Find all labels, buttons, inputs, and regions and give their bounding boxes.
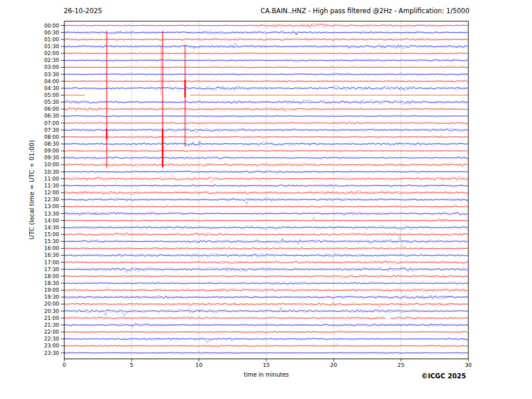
x-tick-label: 10 xyxy=(188,362,211,368)
y-tick-label: 20:30 xyxy=(0,308,59,314)
copyright-label: ©ICGC 2025 xyxy=(421,372,466,380)
y-tick-label: 02:30 xyxy=(0,57,59,63)
seismogram-figure: 26-10-2025 CA.BAIN..HNZ - High pass filt… xyxy=(0,0,532,399)
y-tick-label: 05:30 xyxy=(0,99,59,105)
y-tick-label: 09:00 xyxy=(0,148,59,154)
y-tick-label: 23:30 xyxy=(0,350,59,356)
y-tick-label: 15:30 xyxy=(0,238,59,244)
x-axis-label: time in minutes xyxy=(209,371,324,378)
y-tick-label: 05:00 xyxy=(0,92,59,98)
y-tick-label: 04:30 xyxy=(0,85,59,91)
y-tick-label: 07:30 xyxy=(0,127,59,133)
x-tick-label: 20 xyxy=(322,362,345,368)
y-tick-label: 16:30 xyxy=(0,252,59,258)
y-tick-label: 00:00 xyxy=(0,23,59,29)
y-tick-label: 17:30 xyxy=(0,267,59,272)
y-tick-label: 10:00 xyxy=(0,162,59,167)
y-tick-label: 13:30 xyxy=(0,211,59,217)
y-tick-label: 03:30 xyxy=(0,72,59,77)
y-tick-label: 21:30 xyxy=(0,322,59,328)
x-tick-label: 30 xyxy=(457,362,480,368)
x-tick-label: 15 xyxy=(255,362,278,368)
y-tick-label: 12:30 xyxy=(0,197,59,202)
y-tick-label: 06:00 xyxy=(0,106,59,112)
seismogram-canvas xyxy=(0,0,532,399)
y-tick-label: 16:00 xyxy=(0,245,59,251)
y-tick-label: 07:00 xyxy=(0,120,59,126)
y-tick-label: 02:00 xyxy=(0,50,59,56)
y-tick-label: 06:30 xyxy=(0,113,59,119)
y-tick-label: 12:00 xyxy=(0,190,59,195)
y-tick-label: 18:30 xyxy=(0,280,59,286)
x-tick-label: 25 xyxy=(390,362,413,368)
y-tick-label: 09:30 xyxy=(0,155,59,161)
y-tick-label: 19:30 xyxy=(0,294,59,300)
y-tick-label: 20:00 xyxy=(0,301,59,307)
y-tick-label: 22:30 xyxy=(0,336,59,342)
y-tick-label: 08:00 xyxy=(0,134,59,140)
y-tick-label: 18:00 xyxy=(0,273,59,279)
y-tick-label: 01:30 xyxy=(0,44,59,49)
y-tick-label: 21:00 xyxy=(0,315,59,321)
y-tick-label: 00:30 xyxy=(0,30,59,36)
y-tick-label: 14:30 xyxy=(0,225,59,230)
x-tick-label: 0 xyxy=(53,362,76,368)
y-tick-label: 13:00 xyxy=(0,204,59,209)
y-tick-label: 23:00 xyxy=(0,343,59,349)
y-tick-label: 17:00 xyxy=(0,260,59,265)
y-tick-label: 08:30 xyxy=(0,141,59,147)
y-tick-label: 22:00 xyxy=(0,329,59,335)
y-tick-label: 04:00 xyxy=(0,79,59,84)
y-tick-label: 10:30 xyxy=(0,169,59,175)
y-tick-label: 11:30 xyxy=(0,183,59,189)
x-tick-label: 5 xyxy=(120,362,143,368)
y-tick-label: 11:00 xyxy=(0,176,59,182)
y-tick-label: 19:00 xyxy=(0,287,59,293)
y-tick-label: 14:00 xyxy=(0,218,59,224)
y-tick-label: 03:00 xyxy=(0,64,59,70)
y-tick-label: 15:00 xyxy=(0,232,59,237)
y-tick-label: 01:00 xyxy=(0,37,59,42)
